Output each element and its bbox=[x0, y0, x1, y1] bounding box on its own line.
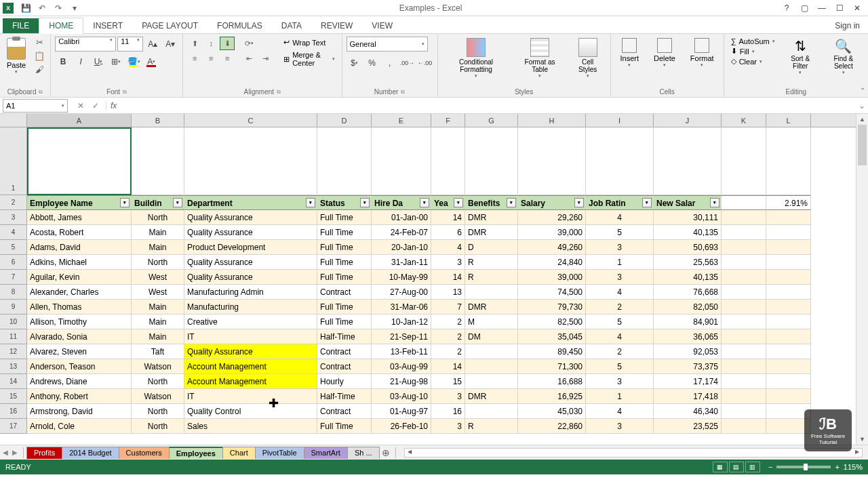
cell-C17[interactable]: Sales bbox=[184, 419, 317, 434]
clear-button[interactable]: ◇ Clear ▾ bbox=[728, 56, 778, 66]
column-header-K[interactable]: K bbox=[722, 114, 766, 127]
cell-H16[interactable]: 45,030 bbox=[518, 404, 586, 419]
cell-D4[interactable]: Full Time bbox=[317, 225, 372, 240]
cell-J1[interactable] bbox=[654, 127, 722, 195]
row-header-2[interactable]: 2 bbox=[0, 195, 26, 210]
cell-B3[interactable]: North bbox=[132, 210, 184, 225]
cell-A1[interactable] bbox=[27, 127, 132, 195]
conditional-formatting-button[interactable]: Conditional Formatting▾ bbox=[442, 37, 511, 80]
cell-B11[interactable]: Main bbox=[132, 329, 184, 344]
alignment-launcher[interactable]: ⧉ bbox=[277, 89, 281, 96]
qat-redo[interactable]: ↷ bbox=[52, 1, 65, 15]
cell-K11[interactable] bbox=[722, 329, 766, 344]
ribbon-options-icon[interactable]: ▢ bbox=[796, 1, 812, 15]
italic-button[interactable]: I bbox=[73, 54, 89, 69]
decrease-decimal[interactable]: ←.00 bbox=[417, 56, 433, 70]
cell-G10[interactable]: M bbox=[465, 314, 518, 329]
sign-in-link[interactable]: Sign in bbox=[827, 18, 868, 33]
cell-G14[interactable] bbox=[465, 374, 518, 389]
ws-nav-last[interactable]: ▶ bbox=[12, 449, 18, 456]
ws-tab-2014-budget[interactable]: 2014 Budget bbox=[62, 447, 119, 459]
header-cell-C[interactable]: Department▾ bbox=[184, 195, 317, 210]
cell-A4[interactable]: Acosta, Robert bbox=[27, 225, 132, 240]
cell-B15[interactable]: Watson bbox=[132, 389, 184, 404]
cell-K4[interactable] bbox=[722, 225, 766, 240]
cell-K14[interactable] bbox=[722, 374, 766, 389]
cell-D9[interactable]: Full Time bbox=[317, 300, 372, 314]
row-header-16[interactable]: 16 bbox=[0, 404, 26, 419]
cut-button[interactable]: ✂ bbox=[33, 37, 46, 47]
cell-A3[interactable]: Abbott, James bbox=[27, 210, 132, 225]
cell-B13[interactable]: Watson bbox=[132, 359, 184, 374]
align-bottom[interactable]: ⬇ bbox=[220, 37, 235, 50]
cell-J6[interactable]: 25,563 bbox=[654, 255, 722, 270]
cell-I4[interactable]: 5 bbox=[586, 225, 654, 240]
qat-save[interactable]: 💾 bbox=[19, 1, 33, 15]
cell-I7[interactable]: 3 bbox=[586, 270, 654, 285]
cell-K1[interactable] bbox=[722, 127, 766, 195]
zoom-out-button[interactable]: − bbox=[768, 463, 772, 471]
row-header-9[interactable]: 9 bbox=[0, 300, 26, 314]
cell-I10[interactable]: 5 bbox=[586, 314, 654, 329]
row-header-14[interactable]: 14 bbox=[0, 374, 26, 389]
cell-H11[interactable]: 35,045 bbox=[518, 329, 586, 344]
border-button[interactable]: ⊞▾ bbox=[108, 54, 124, 69]
cell-D5[interactable]: Full Time bbox=[317, 240, 372, 255]
cell-A7[interactable]: Aguilar, Kevin bbox=[27, 270, 132, 285]
filter-J[interactable]: ▾ bbox=[710, 198, 719, 207]
row-header-7[interactable]: 7 bbox=[0, 270, 26, 285]
cell-D17[interactable]: Full Time bbox=[317, 419, 372, 434]
format-as-table-button[interactable]: Format as Table▾ bbox=[515, 37, 566, 80]
header-cell-A[interactable]: Employee Name▾ bbox=[27, 195, 132, 210]
cell-K7[interactable] bbox=[722, 270, 766, 285]
fx-icon[interactable]: fx bbox=[106, 101, 121, 110]
cell-G7[interactable]: R bbox=[465, 270, 518, 285]
cell-L4[interactable] bbox=[766, 225, 811, 240]
name-box[interactable]: A1▾ bbox=[3, 99, 68, 113]
cell-E7[interactable]: 10-May-99 bbox=[372, 270, 431, 285]
cell-H17[interactable]: 22,860 bbox=[518, 419, 586, 434]
scroll-down-arrow[interactable]: ▼ bbox=[856, 434, 868, 445]
cell-L7[interactable] bbox=[766, 270, 811, 285]
cell-A8[interactable]: Alexander, Charles bbox=[27, 285, 132, 300]
cell-F17[interactable]: 3 bbox=[431, 419, 465, 434]
formula-input[interactable] bbox=[121, 99, 856, 113]
cell-J14[interactable]: 17,174 bbox=[654, 374, 722, 389]
cell-I8[interactable]: 4 bbox=[586, 285, 654, 300]
tab-insert[interactable]: INSERT bbox=[83, 18, 132, 33]
row-header-15[interactable]: 15 bbox=[0, 389, 26, 404]
cell-C14[interactable]: Account Management bbox=[184, 374, 317, 389]
cell-F1[interactable] bbox=[431, 127, 465, 195]
maximize-icon[interactable]: ☐ bbox=[831, 1, 848, 15]
cell-F5[interactable]: 4 bbox=[431, 240, 465, 255]
row-header-10[interactable]: 10 bbox=[0, 314, 26, 329]
cell-G5[interactable]: D bbox=[465, 240, 518, 255]
font-launcher[interactable]: ⧉ bbox=[123, 89, 127, 96]
cell-B7[interactable]: West bbox=[132, 270, 184, 285]
cell-J11[interactable]: 36,065 bbox=[654, 329, 722, 344]
cell-F12[interactable]: 2 bbox=[431, 344, 465, 359]
cell-L15[interactable] bbox=[766, 389, 811, 404]
row-header-4[interactable]: 4 bbox=[0, 225, 26, 240]
cell-I11[interactable]: 4 bbox=[586, 329, 654, 344]
cell-C7[interactable]: Quality Assurance bbox=[184, 270, 317, 285]
cell-I9[interactable]: 2 bbox=[586, 300, 654, 314]
header-cell-F[interactable]: Yea▾ bbox=[431, 195, 465, 210]
cell-D8[interactable]: Contract bbox=[317, 285, 372, 300]
format-painter-button[interactable]: 🖌 bbox=[33, 64, 46, 75]
scroll-thumb[interactable] bbox=[858, 125, 867, 165]
filter-F[interactable]: ▾ bbox=[454, 198, 463, 207]
cell-A16[interactable]: Armstrong, David bbox=[27, 404, 132, 419]
cell-E3[interactable]: 01-Jan-00 bbox=[372, 210, 431, 225]
cell-F7[interactable]: 14 bbox=[431, 270, 465, 285]
cell-D6[interactable]: Full Time bbox=[317, 255, 372, 270]
enter-formula-icon[interactable]: ✓ bbox=[90, 101, 102, 110]
cell-H7[interactable]: 39,000 bbox=[518, 270, 586, 285]
grow-font-button[interactable]: A▴ bbox=[144, 37, 161, 52]
ws-tab-profits[interactable]: Profits bbox=[26, 447, 62, 459]
cell-F8[interactable]: 13 bbox=[431, 285, 465, 300]
row-header-3[interactable]: 3 bbox=[0, 210, 26, 225]
cell-J10[interactable]: 84,901 bbox=[654, 314, 722, 329]
increase-decimal[interactable]: .00→ bbox=[399, 56, 416, 70]
cell-H10[interactable]: 82,500 bbox=[518, 314, 586, 329]
